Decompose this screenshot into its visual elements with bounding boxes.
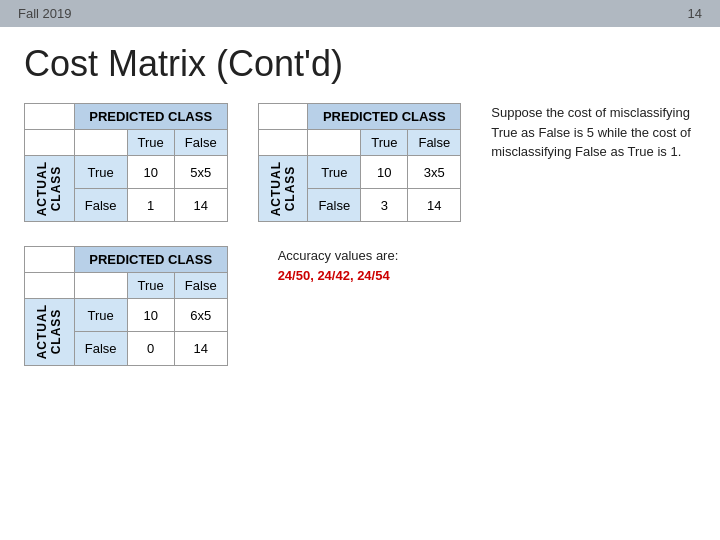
m2-row2-label: False (308, 189, 361, 222)
m3-false-header: False (174, 273, 227, 299)
m2-actual-label: ACTUALCLASS (258, 156, 308, 222)
m3-corner1 (25, 247, 75, 273)
m2-corner2 (258, 130, 308, 156)
page-number: 14 (688, 6, 702, 21)
m2-blank (308, 130, 361, 156)
m1-predicted-header: PREDICTED CLASS (74, 104, 227, 130)
m1-actual-label: ACTUALCLASS (25, 156, 75, 222)
page-content: Cost Matrix (Cont'd) PREDICTED CLASS Tru… (0, 27, 720, 382)
matrix3-table: PREDICTED CLASS True False ACTUALCLASS T… (24, 246, 228, 365)
m2-row2-true: 3 (361, 189, 408, 222)
matrix1-table: PREDICTED CLASS True False ACTUALCLASS T… (24, 103, 228, 222)
page-title: Cost Matrix (Cont'd) (24, 43, 696, 85)
m2-corner1 (258, 104, 308, 130)
m1-row2-false: 14 (174, 189, 227, 222)
m2-false-header: False (408, 130, 461, 156)
m1-blank (74, 130, 127, 156)
m3-actual-label: ACTUALCLASS (25, 299, 75, 365)
course-label: Fall 2019 (18, 6, 71, 21)
m2-row2-false: 14 (408, 189, 461, 222)
m3-row2-label: False (74, 332, 127, 365)
m3-row2-true: 0 (127, 332, 174, 365)
m3-row1-true: 10 (127, 299, 174, 332)
matrix2-block: PREDICTED CLASS True False ACTUALCLASS T… (258, 103, 462, 222)
m2-true-header: True (361, 130, 408, 156)
m1-row1-label: True (74, 156, 127, 189)
m2-row1-label: True (308, 156, 361, 189)
m3-corner2 (25, 273, 75, 299)
m1-row1-false: 5x5 (174, 156, 227, 189)
explanation-text-top: Suppose the cost of misclassifying True … (491, 103, 696, 222)
m1-false-header: False (174, 130, 227, 156)
m3-actual-text: ACTUALCLASS (35, 304, 64, 359)
explanation-paragraph2: Accuracy values are: (278, 246, 399, 266)
m2-row1-true: 10 (361, 156, 408, 189)
bottom-row: PREDICTED CLASS True False ACTUALCLASS T… (24, 246, 696, 365)
m3-predicted-header: PREDICTED CLASS (74, 247, 227, 273)
m1-row2-label: False (74, 189, 127, 222)
m1-row1-true: 10 (127, 156, 174, 189)
explanation-text-bottom: Accuracy values are: 24/50, 24/42, 24/54 (278, 246, 399, 285)
m3-true-header: True (127, 273, 174, 299)
m1-row2-true: 1 (127, 189, 174, 222)
m1-corner1 (25, 104, 75, 130)
accuracy-values: 24/50, 24/42, 24/54 (278, 268, 390, 283)
m3-blank (74, 273, 127, 299)
m3-row1-false: 6x5 (174, 299, 227, 332)
header-bar: Fall 2019 14 (0, 0, 720, 27)
m2-predicted-header: PREDICTED CLASS (308, 104, 461, 130)
explanation-paragraph1: Suppose the cost of misclassifying True … (491, 103, 696, 162)
m2-actual-text: ACTUALCLASS (269, 161, 298, 216)
m3-row2-false: 14 (174, 332, 227, 365)
matrix1-block: PREDICTED CLASS True False ACTUALCLASS T… (24, 103, 228, 222)
m3-row1-label: True (74, 299, 127, 332)
m1-true-header: True (127, 130, 174, 156)
matrix2-table: PREDICTED CLASS True False ACTUALCLASS T… (258, 103, 462, 222)
m2-row1-false: 3x5 (408, 156, 461, 189)
m1-corner2 (25, 130, 75, 156)
m1-actual-text: ACTUALCLASS (35, 161, 64, 216)
matrix3-block: PREDICTED CLASS True False ACTUALCLASS T… (24, 246, 228, 365)
matrices-top-row: PREDICTED CLASS True False ACTUALCLASS T… (24, 103, 696, 222)
